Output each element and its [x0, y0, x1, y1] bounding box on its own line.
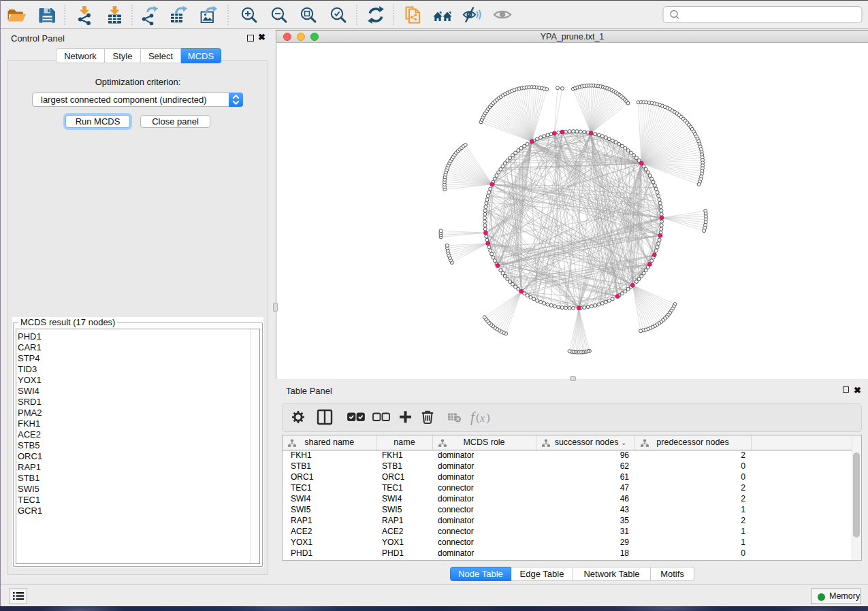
svg-text:): ) [486, 411, 490, 424]
svg-text:x: x [479, 412, 485, 424]
